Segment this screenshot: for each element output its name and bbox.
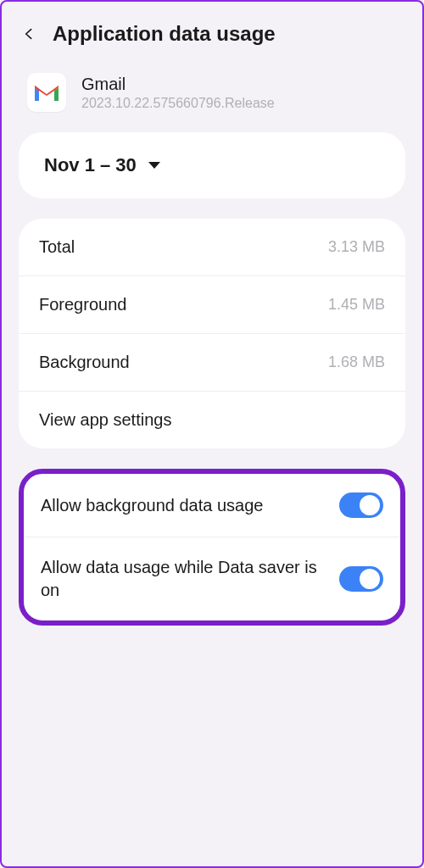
- stat-label: Total: [39, 237, 75, 257]
- chevron-down-icon: [148, 162, 160, 169]
- back-button[interactable]: [19, 24, 39, 44]
- stat-background: Background 1.68 MB: [19, 334, 405, 392]
- link-label: View app settings: [39, 410, 171, 430]
- toggle-data-saver[interactable]: Allow data usage while Data saver is on: [24, 537, 400, 620]
- date-range-label: Nov 1 – 30: [44, 154, 137, 176]
- view-app-settings-link[interactable]: View app settings: [19, 392, 405, 448]
- date-range-selector[interactable]: Nov 1 – 30: [19, 132, 405, 198]
- switch-background-data[interactable]: [339, 492, 383, 518]
- page-header: Application data usage: [2, 2, 422, 63]
- page-title: Application data usage: [53, 22, 276, 46]
- gmail-icon: [27, 73, 66, 112]
- app-version: 2023.10.22.575660796.Release: [81, 96, 275, 111]
- chevron-left-icon: [22, 25, 36, 42]
- toggles-card: Allow background data usage Allow data u…: [19, 469, 405, 626]
- toggle-background-data[interactable]: Allow background data usage: [24, 474, 400, 537]
- toggle-label: Allow data usage while Data saver is on: [41, 556, 322, 602]
- toggle-label: Allow background data usage: [41, 494, 322, 517]
- stat-label: Background: [39, 353, 130, 372]
- app-name: Gmail: [81, 75, 275, 94]
- stat-value: 1.68 MB: [328, 353, 385, 371]
- app-info: Gmail 2023.10.22.575660796.Release: [2, 63, 422, 132]
- stat-label: Foreground: [39, 295, 126, 314]
- stat-total: Total 3.13 MB: [19, 219, 405, 276]
- stats-card: Total 3.13 MB Foreground 1.45 MB Backgro…: [19, 219, 405, 448]
- stat-foreground: Foreground 1.45 MB: [19, 276, 405, 334]
- stat-value: 1.45 MB: [328, 296, 385, 314]
- stat-value: 3.13 MB: [328, 238, 385, 256]
- switch-data-saver[interactable]: [339, 566, 383, 592]
